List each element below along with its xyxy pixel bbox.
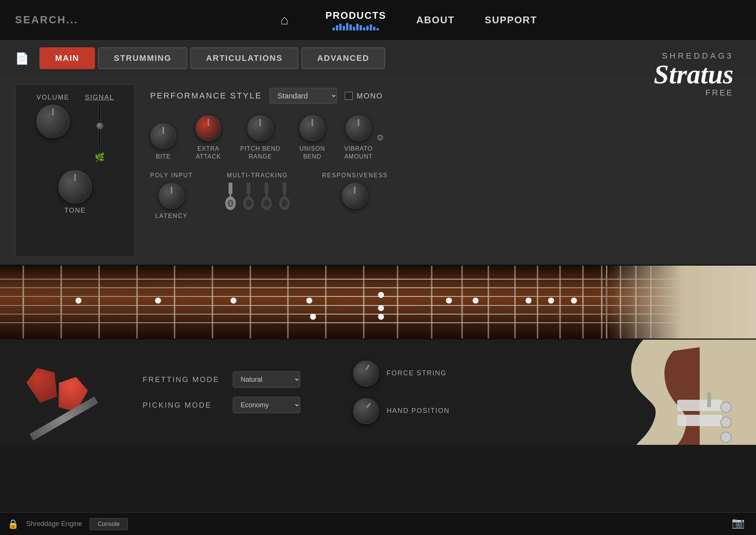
multi-tracking-label: MULTI-TRACKING (227, 172, 288, 179)
svg-text:1: 1 (229, 201, 232, 205)
extra-attack-knob-unit: EXTRAATTACK (195, 115, 221, 161)
home-button[interactable]: ⌂ (280, 12, 289, 28)
hand-position-label: HAND POSITION (387, 407, 450, 415)
latency-label: LATENCY (155, 213, 188, 219)
guitar-icon-2[interactable] (241, 183, 256, 213)
tab-strumming[interactable]: STRUMMING (98, 47, 187, 69)
multi-tracking-icons[interactable]: 1 (223, 183, 292, 213)
plugin-body: VOLUME SIGNAL 🌿 TONE PE (0, 77, 756, 264)
products-label: PRODUCTS (325, 10, 386, 21)
volume-label: VOLUME (36, 94, 69, 101)
svg-point-20 (721, 417, 731, 428)
svg-point-19 (721, 402, 731, 413)
svg-point-21 (721, 432, 731, 443)
eco-icon: 🌿 (95, 153, 105, 162)
controls-row: POLY INPUT LATENCY MULTI-TRACKING 1 (150, 172, 741, 219)
latency-knob[interactable] (158, 183, 185, 209)
guitar-icon-4[interactable] (277, 183, 292, 213)
picking-label: PICKING MODE (143, 401, 225, 410)
left-panel: VOLUME SIGNAL 🌿 TONE (15, 84, 135, 257)
nav-links: PRODUCTS ABOUT SUPPORT (325, 10, 537, 30)
multi-tracking-group: MULTI-TRACKING 1 (223, 172, 292, 213)
document-icon[interactable]: 📄 (15, 52, 29, 65)
engine-label: Shreddage Engine (26, 520, 82, 528)
console-button[interactable]: Console (90, 518, 128, 530)
responsiveness-group: RESPONSIVENESS (322, 172, 388, 209)
brand-script: Stratus (654, 61, 733, 88)
poly-input-group: POLY INPUT LATENCY (150, 172, 193, 219)
bite-knob[interactable] (150, 123, 176, 149)
fretting-select[interactable]: Natural Legato Forced (233, 371, 300, 388)
force-string-knob[interactable] (353, 360, 379, 387)
bottom-section: FRETTING MODE Natural Legato Forced PICK… (0, 340, 756, 445)
brand-area: SHREDDAG3 Stratus FREE (654, 51, 733, 98)
extra-attack-label: EXTRAATTACK (196, 145, 221, 161)
pitch-bend-knob[interactable] (247, 115, 273, 141)
lock-icon: 🔒 (8, 519, 19, 529)
volume-knob[interactable] (36, 104, 70, 138)
picks-area (23, 355, 98, 430)
svg-point-11 (264, 199, 270, 207)
guitar-body-area (568, 340, 756, 445)
svg-rect-5 (247, 183, 250, 194)
camera-icon[interactable]: 📷 (732, 517, 745, 529)
unison-bend-knob-unit: UNISONBEND (299, 115, 325, 161)
mono-label: MONO (357, 92, 383, 100)
unison-bend-label: UNISONBEND (300, 145, 325, 161)
guitar-icon-1[interactable]: 1 (223, 183, 238, 213)
mono-checkbox[interactable] (345, 92, 353, 100)
svg-rect-22 (707, 392, 711, 407)
vibrato-knob[interactable] (345, 115, 372, 141)
unison-bend-knob[interactable] (299, 115, 325, 141)
mono-group: MONO (345, 92, 383, 100)
svg-rect-16 (284, 193, 285, 198)
signal-control: SIGNAL 🌿 (85, 94, 114, 162)
fret-board (0, 266, 756, 339)
fretting-row: FRETTING MODE Natural Legato Forced (143, 371, 300, 388)
poly-input-label: POLY INPUT (150, 172, 193, 179)
guitar-neck (0, 264, 756, 340)
pick-1 (23, 363, 63, 405)
signal-label: SIGNAL (85, 94, 114, 101)
equalizer-icon (333, 23, 379, 30)
hand-position-knob[interactable] (351, 396, 381, 426)
responsiveness-knob[interactable] (342, 183, 368, 209)
responsiveness-label: RESPONSIVENESS (322, 172, 388, 179)
performance-select[interactable]: Standard Lead Rhythm Fingerpicking (270, 88, 337, 104)
knobs-row-1: BITE EXTRAATTACK PITCH BENDRANGE UNISONB… (150, 115, 741, 161)
performance-style-row: PERFORMANCE STYLE Standard Lead Rhythm F… (150, 84, 741, 107)
bite-knob-unit: BITE (150, 123, 176, 161)
picking-row: PICKING MODE Economy Alternate Hybrid (143, 397, 300, 413)
extra-attack-knob[interactable] (195, 115, 221, 141)
svg-rect-17 (677, 400, 722, 411)
svg-rect-3 (230, 193, 231, 198)
top-navigation: SEARCH... ⌂ PRODUCTS ABOUT (0, 0, 756, 40)
svg-point-15 (282, 199, 288, 207)
force-string-group: FORCE STRING (353, 360, 450, 387)
search-input[interactable]: SEARCH... (15, 14, 128, 26)
svg-rect-0 (229, 183, 232, 194)
tabs-bar: 📄 MAIN STRUMMING ARTICULATIONS ADVANCED (0, 40, 756, 77)
tone-knob[interactable] (58, 170, 92, 204)
signal-slider[interactable] (98, 104, 101, 150)
tab-main[interactable]: MAIN (39, 47, 95, 69)
svg-point-7 (245, 199, 251, 207)
right-controls: FORCE STRING HAND POSITION (353, 360, 450, 424)
tab-advanced[interactable]: ADVANCED (301, 47, 385, 69)
svg-rect-8 (248, 193, 249, 198)
tab-articulations[interactable]: ARTICULATIONS (190, 47, 298, 69)
performance-label: PERFORMANCE STYLE (150, 91, 262, 101)
nav-support[interactable]: SUPPORT (485, 14, 537, 26)
guitar-icon-3[interactable] (259, 183, 274, 213)
svg-rect-12 (266, 193, 267, 198)
hand-position-group: HAND POSITION (353, 398, 450, 424)
center-panel: PERFORMANCE STYLE Standard Lead Rhythm F… (150, 84, 741, 257)
nav-about[interactable]: ABOUT (416, 14, 455, 26)
vibrato-knob-unit: VIBRATOAMOUNT ⚙ (344, 115, 384, 161)
vibrato-gear-icon[interactable]: ⚙ (376, 133, 384, 143)
signal-thumb (96, 122, 103, 129)
nav-products[interactable]: PRODUCTS (325, 10, 386, 30)
svg-rect-9 (265, 183, 268, 194)
picking-select[interactable]: Economy Alternate Hybrid (233, 397, 300, 413)
force-string-label: FORCE STRING (387, 369, 447, 378)
